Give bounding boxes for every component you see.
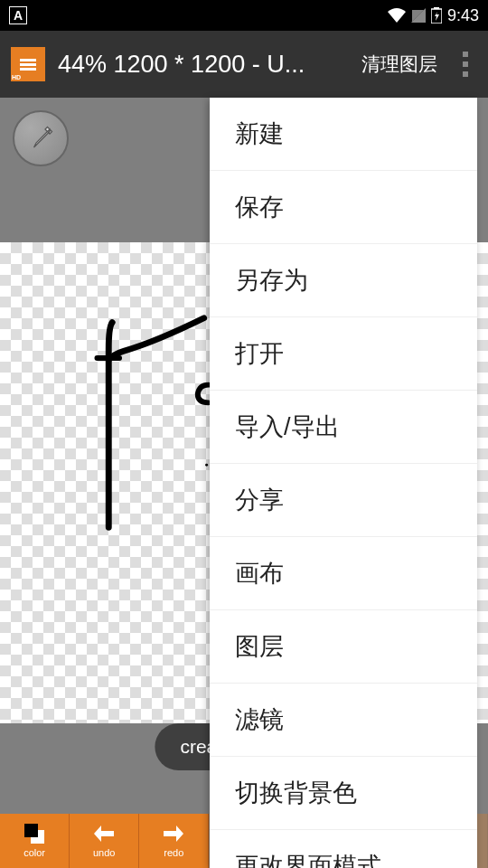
overflow-menu-button[interactable] <box>463 52 468 77</box>
menu-item-layer[interactable]: 图层 <box>210 610 477 684</box>
svg-point-2 <box>205 464 208 467</box>
clock-text: 9:43 <box>447 6 479 25</box>
menu-item-new[interactable]: 新建 <box>210 98 477 171</box>
undo-button[interactable]: undo <box>70 814 139 868</box>
context-menu: 新建 保存 另存为 打开 导入/导出 分享 画布 图层 滤镜 切换背景色 更改界… <box>210 98 477 868</box>
keyboard-indicator: A <box>9 6 27 24</box>
menu-item-filter[interactable]: 滤镜 <box>210 684 477 757</box>
signal-icon <box>411 8 426 23</box>
color-icon <box>24 824 44 845</box>
color-button[interactable]: color <box>0 814 70 868</box>
menu-item-import-export[interactable]: 导入/导出 <box>210 391 477 464</box>
menu-item-save-as[interactable]: 另存为 <box>210 244 477 317</box>
svg-rect-4 <box>24 824 38 837</box>
menu-item-canvas[interactable]: 画布 <box>210 537 477 610</box>
redo-button[interactable]: redo <box>139 814 209 868</box>
menu-item-share[interactable]: 分享 <box>210 464 477 537</box>
status-bar: A 9:43 <box>0 0 488 31</box>
eyedropper-icon <box>27 125 54 152</box>
menu-item-open[interactable]: 打开 <box>210 317 477 391</box>
menu-item-save[interactable]: 保存 <box>210 171 477 244</box>
clean-layers-button[interactable]: 清理图层 <box>361 52 437 77</box>
page-title: 44% 1200 * 1200 - U... <box>58 51 352 79</box>
wifi-icon <box>388 8 406 23</box>
battery-icon <box>431 7 442 24</box>
menu-item-toggle-bg[interactable]: 切换背景色 <box>210 757 477 830</box>
eyedropper-tool[interactable] <box>13 110 69 166</box>
arrow-left-icon <box>94 824 114 845</box>
app-logo[interactable]: HD <box>11 47 45 81</box>
arrow-right-icon <box>164 824 183 845</box>
app-bar: HD 44% 1200 * 1200 - U... 清理图层 <box>0 31 488 98</box>
menu-item-change-ui[interactable]: 更改界面模式 <box>210 830 477 868</box>
